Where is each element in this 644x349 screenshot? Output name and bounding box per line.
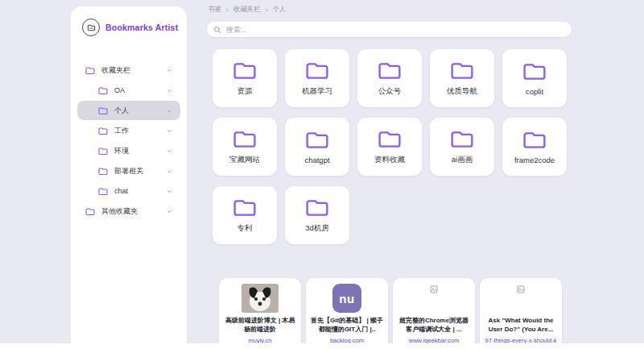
chevron-down-icon[interactable] [166,87,173,94]
folder-card-coplit[interactable]: coplit [502,49,567,107]
sidebar-item-label: 部署相关 [114,166,143,177]
sidebar-item-label: chat [114,187,128,195]
sidebar-item-label: 工作 [114,126,129,136]
sidebar-item-label: 其他收藏夹 [101,206,138,217]
chevron-down-icon[interactable] [166,107,173,114]
folder-icon [233,60,257,81]
chevron-down-icon[interactable] [166,188,173,195]
folder-label: chatgpt [304,156,329,164]
folder-icon [98,106,108,115]
folder-icon [233,197,257,218]
folder-label: frame2code [514,156,555,164]
folder-label: ai画画 [452,155,473,165]
sidebar-item-chat[interactable]: chat [77,181,180,201]
folder-icon [85,66,95,75]
folder-icon [98,167,108,176]
bookmark-row: 高级前端进阶博文 | 木易杨前端进阶 muyiy.cn nu 首先【Git的基础… [219,278,562,349]
sidebar-item-label: 收藏夹栏 [101,65,130,76]
folder-icon [305,197,329,218]
sidebar-item-label: 环境 [114,146,129,156]
folder-label: 资料收藏 [374,155,405,165]
sidebar-item-environment[interactable]: 环境 [77,141,180,160]
folder-label: 3d机房 [305,223,329,234]
bookmark-title: 首先【Git的基础】 | 猴子都能懂的GIT入门 |.. [310,316,384,334]
folder-icon [305,130,329,151]
folder-icon [98,147,108,156]
chevron-up-icon[interactable] [166,67,173,74]
bookmark-thumbnail-dog [242,284,279,313]
folder-label: 宝藏网站 [229,155,260,165]
sidebar-nav: 收藏夹栏 OA 个人 [71,60,187,222]
folder-label: coplit [526,87,543,96]
folder-icon [85,207,95,216]
bookmark-card-97-things[interactable]: Ask "What Would the User Do?" (You Are..… [480,278,562,349]
sidebar-item-personal[interactable]: 个人 [77,101,180,120]
search-icon [213,26,221,34]
breadcrumb-separator: > [225,6,229,14]
bookmark-card-backlog-git[interactable]: nu 首先【Git的基础】 | 猴子都能懂的GIT入门 |.. backlog.… [306,278,388,349]
sidebar-item-label: OA [114,86,125,94]
folder-label: 公众号 [378,86,402,97]
folder-label: 专利 [237,223,253,234]
app-title: Bookmarks Artist [105,23,178,32]
breadcrumb: 书签 > 收藏夹栏 > 个人 [208,5,286,15]
broken-image-icon [517,285,525,293]
app-logo[interactable]: Bookmarks Artist [71,6,187,36]
folder-card-gongzhonghao[interactable]: 公众号 [357,49,422,107]
sidebar-item-other-bookmarks[interactable]: 其他收藏夹 [77,202,180,221]
breadcrumb-item-current: 个人 [272,5,286,15]
breadcrumb-separator: > [265,6,269,14]
chevron-down-icon[interactable] [166,208,173,215]
chevron-down-icon[interactable] [166,127,173,135]
breadcrumb-item-bookmarks[interactable]: 书签 [208,5,221,15]
sidebar-item-deployment[interactable]: 部署相关 [77,161,180,181]
bookmark-thumbnail-nu-logo: nu [332,284,361,313]
bottom-edge-strip [0,343,644,349]
broken-image-icon [430,285,438,293]
bookmarks-app: Bookmarks Artist 收藏夹栏 OA [0,0,644,349]
folder-card-3d-machine-room[interactable]: 3d机房 [285,186,349,244]
sidebar-item-work[interactable]: 工作 [77,121,180,140]
folder-grid: 资源 机器学习 公众号 优质导航 coplit 宝藏网站 chatgpt 资料 [213,49,567,244]
folder-card-chatgpt[interactable]: chatgpt [285,118,349,176]
sidebar: Bookmarks Artist 收藏夹栏 OA [71,6,187,349]
folder-card-machine-learning[interactable]: 机器学习 [285,49,349,107]
folder-icon [98,187,108,196]
folder-card-ai-painting[interactable]: ai画画 [430,118,494,176]
bookmark-title: 高级前端进阶博文 | 木易杨前端进阶 [223,316,297,334]
folder-icon [98,86,108,95]
folder-icon [305,60,329,81]
folder-icon [233,129,257,150]
sidebar-item-label: 个人 [114,106,129,116]
folder-icon [450,129,474,150]
chevron-down-icon[interactable] [166,147,173,155]
bookmark-title: 超完整的Chrome浏览器客户端调试大全 | ... [397,316,471,334]
search-bar [207,22,572,37]
folder-card-quality-nav[interactable]: 优质导航 [430,49,494,107]
search-input[interactable] [226,26,565,34]
folder-icon [522,130,547,151]
folder-card-treasure-sites[interactable]: 宝藏网站 [213,118,277,176]
folder-card-patents[interactable]: 专利 [213,186,277,244]
folder-icon [378,129,402,150]
chevron-down-icon[interactable] [166,168,173,175]
folder-icon [522,61,547,82]
folder-label: 资源 [237,86,253,97]
bookmark-card-muyiy[interactable]: 高级前端进阶博文 | 木易杨前端进阶 muyiy.cn [219,278,301,349]
folder-icon [378,60,402,81]
bookmark-card-chrome-debug[interactable]: 超完整的Chrome浏览器客户端调试大全 | ... www.igeekbar.… [393,278,475,349]
folder-label: 优质导航 [447,86,477,97]
app-logo-icon [82,19,100,36]
sidebar-item-bookmarks-bar[interactable]: 收藏夹栏 [77,60,180,80]
bookmark-title: Ask "What Would the User Do?" (You Are..… [484,316,558,334]
folder-card-frame2code[interactable]: frame2code [502,118,567,176]
folder-icon [450,60,474,81]
folder-card-materials[interactable]: 资料收藏 [357,118,422,176]
folder-label: 机器学习 [302,86,332,97]
folder-card-ziyuan[interactable]: 资源 [213,49,277,107]
folder-icon [98,127,108,135]
breadcrumb-item-bookmarks-bar[interactable]: 收藏夹栏 [233,5,261,15]
sidebar-item-oa[interactable]: OA [77,81,180,100]
